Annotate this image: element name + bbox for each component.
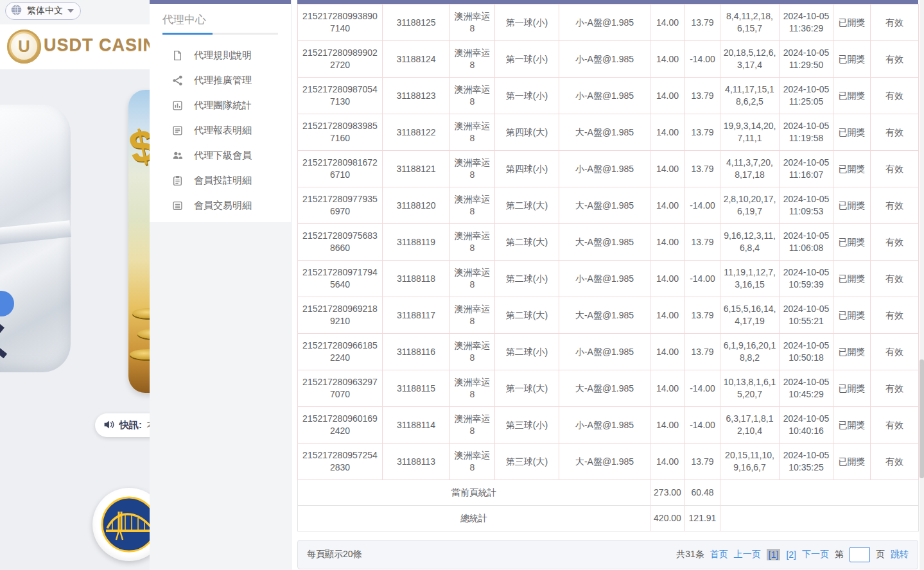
sidebar-item-member-bets[interactable]: 會員投註明細 [150, 168, 291, 193]
pagination-bar: 每頁顯示20條 共31条 首页 上一页 [1] [2] 下一页 第 页 跳转 [297, 540, 918, 569]
table-row: 2152172809870547130 31188123 澳洲幸运8 第一球(小… [298, 78, 919, 114]
cell-valid-flag: 有效 [871, 370, 919, 407]
cell-bet-content: 小-A盤@1.985 [559, 4, 650, 41]
cell-draw-time: 2024-10-0510:35:25 [780, 444, 833, 480]
cell-amount: 14.00 [650, 151, 685, 187]
cell-amount: 14.00 [650, 114, 685, 151]
summary-winloss: 60.48 [685, 480, 720, 506]
language-label: 繁体中文 [27, 5, 63, 17]
language-selector[interactable]: 繁体中文 [5, 2, 81, 20]
cell-issue-number: 31188123 [383, 78, 450, 114]
cell-amount: 14.00 [650, 297, 685, 334]
bet-table-summary: 當前頁統計 273.00 60.48 總統計 420.00 121.91 [298, 480, 919, 531]
cell-issue-number: 31188115 [383, 370, 450, 407]
pagination-controls: 共31条 首页 上一页 [1] [2] 下一页 第 页 跳转 [676, 547, 909, 562]
cell-valid-flag: 有效 [871, 78, 919, 114]
document-icon [172, 50, 183, 61]
prev-page-link[interactable]: 上一页 [734, 549, 761, 560]
gold-coin-icon [130, 349, 150, 359]
cell-draw-numbers: 20,15,11,10,9,16,6,7 [720, 444, 780, 480]
sidebar-item-team-stats[interactable]: 代理團隊統計 [150, 93, 291, 118]
cell-bet-id: 2152172809938907140 [298, 4, 383, 41]
cell-lottery-name: 澳洲幸运8 [450, 297, 495, 334]
cell-draw-numbers: 9,16,12,3,11,6,8,4 [720, 224, 780, 261]
sidebar-menu: 代理規則說明 代理推廣管理 代理團隊統計 代理報表明細 代理下級會員 [150, 43, 291, 218]
sidebar-item-label: 會員投註明細 [194, 175, 252, 187]
page-2-link[interactable]: [2] [786, 549, 796, 560]
cell-draw-time: 2024-10-0511:25:05 [780, 78, 833, 114]
cell-issue-number: 31188122 [383, 114, 450, 151]
sidebar-item-member-transactions[interactable]: 會員交易明細 [150, 193, 291, 218]
bet-table-body: 2152172809938907140 31188125 澳洲幸运8 第一球(小… [298, 4, 919, 480]
list-icon [172, 200, 183, 211]
sidebar-item-label: 代理報表明細 [194, 125, 252, 137]
cell-valid-flag: 有效 [871, 444, 919, 480]
cell-winloss: 13.79 [685, 224, 720, 261]
cell-draw-time: 2024-10-0511:29:50 [780, 41, 833, 78]
cell-winloss: 13.79 [685, 297, 720, 334]
cell-draw-time: 2024-10-0510:45:29 [780, 370, 833, 407]
total-count-label: 共31条 [676, 549, 704, 560]
sidebar-item-label: 代理團隊統計 [194, 99, 252, 112]
sidebar-column: 代理中心 代理規則說明 代理推廣管理 代理團隊統計 代理報表明細 [150, 0, 292, 570]
page-scrollbar[interactable] [920, 0, 924, 570]
gold-coin-icon [132, 308, 150, 318]
sidebar-item-agent-rules[interactable]: 代理規則說明 [150, 43, 291, 68]
cell-draw-time: 2024-10-0511:19:58 [780, 114, 833, 151]
cell-valid-flag: 有效 [871, 187, 919, 224]
summary-empty [720, 506, 919, 531]
share-icon [172, 75, 183, 86]
table-row: 2152172809692189210 31188117 澳洲幸运8 第二球(大… [298, 297, 919, 334]
sidebar-title: 代理中心 [162, 12, 291, 27]
report-icon [172, 125, 183, 136]
page-1-current[interactable]: [1] [767, 549, 781, 560]
first-page-link[interactable]: 首页 [710, 549, 728, 560]
cell-draw-numbers: 8,4,11,2,18,6,15,7 [720, 4, 780, 41]
cell-play-type: 第四球(小) [495, 151, 559, 187]
cell-play-type: 第二球(小) [495, 334, 559, 370]
cell-draw-status: 已開獎 [833, 334, 871, 370]
logo-bar: U USDT CASINO [0, 24, 150, 69]
cell-valid-flag: 有效 [871, 224, 919, 261]
sidebar-menu-card: 代理中心 代理規則說明 代理推廣管理 代理團隊統計 代理報表明細 [150, 0, 291, 222]
cell-issue-number: 31188120 [383, 187, 450, 224]
cell-draw-numbers: 2,8,10,20,17,6,19,7 [720, 187, 780, 224]
scrollbar-thumb[interactable] [920, 359, 924, 478]
sidebar-item-downline-members[interactable]: 代理下級會員 [150, 143, 291, 168]
cell-issue-number: 31188121 [383, 151, 450, 187]
cell-draw-numbers: 11,19,1,12,7,3,16,15 [720, 261, 780, 297]
sidebar-item-report-detail[interactable]: 代理報表明細 [150, 118, 291, 143]
cell-issue-number: 31188119 [383, 224, 450, 261]
cell-draw-status: 已開獎 [833, 114, 871, 151]
cell-winloss: -14.00 [685, 407, 720, 444]
cell-draw-time: 2024-10-0510:55:21 [780, 297, 833, 334]
cell-bet-id: 2152172809661852240 [298, 334, 383, 370]
cell-valid-flag: 有效 [871, 4, 919, 41]
page-jump-input[interactable] [850, 547, 870, 562]
cell-draw-time: 2024-10-0510:50:18 [780, 334, 833, 370]
sidebar-item-agent-promotion[interactable]: 代理推廣管理 [150, 68, 291, 93]
cell-amount: 14.00 [650, 407, 685, 444]
next-page-link[interactable]: 下一页 [802, 549, 829, 560]
jump-button[interactable]: 跳转 [891, 549, 909, 560]
cell-bet-content: 大-A盤@1.985 [559, 224, 650, 261]
cell-lottery-name: 澳洲幸运8 [450, 4, 495, 41]
page-size-label: 每頁顯示20條 [307, 549, 362, 560]
cell-winloss: -14.00 [685, 261, 720, 297]
table-row: 2152172809839857160 31188122 澳洲幸运8 第四球(大… [298, 114, 919, 151]
sidebar-item-label: 代理推廣管理 [194, 74, 252, 87]
cell-bet-content: 大-A盤@1.985 [559, 444, 650, 480]
table-row: 2152172809572542830 31188113 澳洲幸运8 第三球(大… [298, 444, 919, 480]
banner-x-shape: ✕ [0, 307, 6, 381]
cell-lottery-name: 澳洲幸运8 [450, 224, 495, 261]
cell-amount: 14.00 [650, 4, 685, 41]
cell-winloss: 13.79 [685, 4, 720, 41]
cell-draw-numbers: 6,3,17,1,8,12,10,4 [720, 407, 780, 444]
brand-coin-icon: U [7, 30, 41, 64]
cell-play-type: 第二球(小) [495, 261, 559, 297]
summary-empty [720, 480, 919, 506]
cell-draw-numbers: 6,15,5,16,14,4,17,19 [720, 297, 780, 334]
cell-lottery-name: 澳洲幸运8 [450, 187, 495, 224]
team-stats-icon [172, 100, 183, 111]
cell-lottery-name: 澳洲幸运8 [450, 370, 495, 407]
